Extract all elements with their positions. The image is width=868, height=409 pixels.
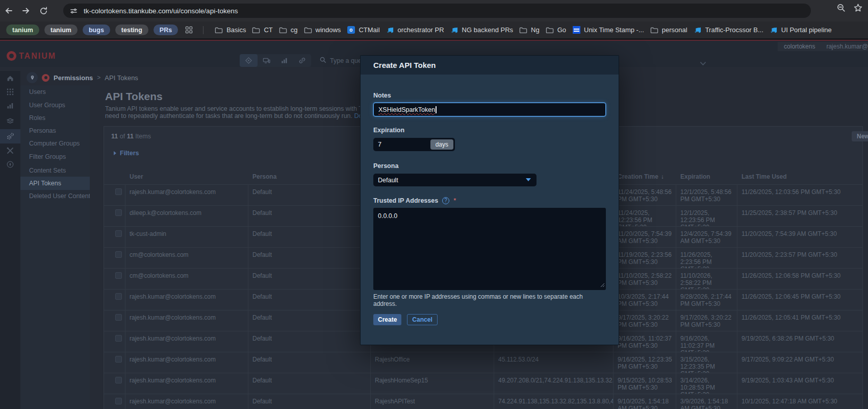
endpoints-button[interactable] bbox=[258, 54, 275, 67]
cell-persona: Default bbox=[248, 248, 371, 268]
column-header-user[interactable]: User bbox=[125, 173, 248, 184]
row-checkbox[interactable] bbox=[115, 398, 122, 404]
connections-button[interactable] bbox=[293, 54, 311, 67]
bookmark-orchestrator-pr[interactable]: orchestrator PR bbox=[386, 26, 444, 34]
tanium-logo[interactable]: TANIUM bbox=[7, 51, 56, 61]
column-header-creation-time[interactable]: Creation Time↓ bbox=[614, 173, 676, 184]
checkbox-cell bbox=[104, 394, 125, 409]
back-icon[interactable] bbox=[0, 3, 17, 18]
folder-icon bbox=[304, 26, 312, 34]
row-checkbox[interactable] bbox=[115, 188, 122, 195]
cell-persona: Default bbox=[248, 269, 371, 289]
apps-grid-icon[interactable] bbox=[185, 26, 193, 34]
row-checkbox[interactable] bbox=[115, 377, 122, 383]
breadcrumb-module[interactable]: Permissions bbox=[54, 74, 93, 82]
content-layers-icon[interactable] bbox=[6, 117, 14, 127]
administration-gears-icon[interactable] bbox=[6, 132, 14, 142]
bookmark-star-icon[interactable] bbox=[853, 3, 863, 15]
cell-user: rajesh.kumar@colortokens.com bbox=[125, 290, 248, 310]
reload-icon[interactable] bbox=[35, 3, 52, 18]
bookmark-ng[interactable]: Ng bbox=[519, 26, 540, 34]
zoom-out-icon[interactable] bbox=[836, 3, 846, 15]
bookmark-personal[interactable]: personal bbox=[650, 26, 687, 34]
table-row[interactable]: rajesh.kumar@colortokens.comDefaultRajes… bbox=[104, 373, 862, 394]
cell-last_used: 9/19/2025, 6:38:26 PM GMT+5:30 bbox=[737, 331, 862, 352]
user-name: rajesh.kumar@ bbox=[826, 43, 868, 50]
notes-value: XSHieldSparkToken bbox=[378, 106, 435, 113]
row-checkbox[interactable] bbox=[115, 335, 122, 342]
new-token-button[interactable]: New bbox=[852, 131, 868, 141]
column-header-last-time-used[interactable]: Last Time Used bbox=[737, 173, 862, 184]
global-search[interactable]: Type a que bbox=[319, 56, 362, 65]
bookmark-cg[interactable]: cg bbox=[279, 26, 298, 34]
tab-group-prs[interactable]: PRs bbox=[154, 25, 178, 35]
table-row[interactable]: rajesh.kumar@colortokens.comDefaultRajes… bbox=[104, 352, 862, 373]
bookmark-ctmail[interactable]: oCTMail bbox=[347, 26, 379, 34]
user-info[interactable]: colortokens rajesh.kumar@ bbox=[778, 42, 868, 51]
cell-expires: 11/26/2025, 2:23:56 PM GMT+5:30 bbox=[676, 248, 737, 268]
cell-expires: 12/1/2025, 5:48:56 PM GMT+5:30 bbox=[676, 185, 737, 205]
bookmark-label: windows bbox=[316, 26, 341, 34]
reports-chart-icon[interactable] bbox=[6, 102, 14, 112]
trusted-ip-label: Trusted IP Addresses bbox=[373, 197, 438, 204]
cell-persona: Default bbox=[248, 394, 371, 409]
bookmark-go[interactable]: Go bbox=[546, 26, 566, 34]
cell-created: 11/24/2025, 12:23:56 PM GMT+5:30 bbox=[614, 206, 676, 226]
cell-notes: RajeshHomeSep15 bbox=[371, 373, 494, 394]
reports-button[interactable] bbox=[275, 54, 293, 67]
sidebar-item-filter-groups[interactable]: Filter Groups bbox=[20, 150, 90, 163]
chevron-down-icon[interactable] bbox=[700, 59, 706, 68]
tab-group-bugs[interactable]: bugs bbox=[83, 25, 110, 35]
sidebar-item-computer-groups[interactable]: Computer Groups bbox=[20, 137, 90, 150]
site-info-icon[interactable] bbox=[70, 7, 78, 15]
row-checkbox[interactable] bbox=[115, 314, 122, 321]
home-icon[interactable] bbox=[6, 74, 14, 84]
sidebar-item-roles[interactable]: Roles bbox=[20, 111, 90, 125]
cancel-button[interactable]: Cancel bbox=[407, 314, 437, 325]
create-button[interactable]: Create bbox=[373, 314, 401, 325]
column-header-expiration[interactable]: Expiration bbox=[676, 173, 737, 184]
bookmark-ng-backend-prs[interactable]: NG backend PRs bbox=[450, 26, 513, 34]
expiration-unit[interactable]: days bbox=[430, 139, 453, 150]
devops-icon bbox=[450, 26, 458, 34]
sidebar-item-personas[interactable]: Personas bbox=[20, 124, 90, 137]
sidebar-item-api-tokens[interactable]: API Tokens bbox=[20, 177, 90, 190]
column-header-persona[interactable]: Persona bbox=[248, 173, 371, 184]
row-checkbox[interactable] bbox=[115, 251, 122, 258]
explore-compass-icon[interactable] bbox=[6, 160, 14, 171]
help-icon[interactable]: ? bbox=[442, 197, 449, 204]
bookmark-basics[interactable]: Basics bbox=[215, 26, 246, 34]
tab-group-testing[interactable]: testing bbox=[115, 25, 148, 35]
bookmark-traffic-procssor-b[interactable]: Traffic-Procssor B... bbox=[694, 26, 763, 34]
expiration-input[interactable]: 7 days bbox=[373, 138, 455, 151]
tab-group-tanium[interactable]: tanium bbox=[6, 25, 39, 35]
header-checkbox-col bbox=[104, 180, 125, 184]
row-checkbox[interactable] bbox=[115, 293, 122, 300]
sidebar-item-users[interactable]: Users bbox=[20, 85, 90, 99]
forward-icon[interactable] bbox=[17, 3, 35, 18]
notes-input[interactable]: XSHieldSparkToken bbox=[373, 103, 606, 116]
bookmark-windows[interactable]: windows bbox=[304, 26, 341, 34]
row-checkbox[interactable] bbox=[115, 356, 122, 363]
pin-icon[interactable] bbox=[27, 72, 38, 83]
bookmark-ct[interactable]: CT bbox=[252, 26, 272, 34]
tools-icon[interactable] bbox=[6, 147, 14, 157]
row-checkbox[interactable] bbox=[115, 230, 122, 237]
bookmark-ui-portal-pipeline[interactable]: UI Portal pipeline bbox=[770, 26, 832, 34]
modules-button[interactable] bbox=[240, 54, 258, 67]
url-bar[interactable]: tk-colortokens.titankube.com/ui/console/… bbox=[63, 4, 811, 18]
cell-last_used: 11/26/2025, 12:06:58 PM GMT+5:30 bbox=[737, 269, 862, 289]
trusted-ip-textarea[interactable]: 0.0.0.0 bbox=[373, 208, 606, 290]
sidebar-item-content-sets[interactable]: Content Sets bbox=[20, 164, 90, 177]
row-checkbox[interactable] bbox=[115, 209, 122, 216]
persona-select[interactable]: Default bbox=[373, 174, 537, 186]
sidebar-item-user-groups[interactable]: User Groups bbox=[20, 99, 90, 112]
row-checkbox[interactable] bbox=[115, 272, 122, 279]
bookmark-unix-time-stamp[interactable]: Unix Time Stamp -... bbox=[572, 26, 644, 34]
tab-group-tanium[interactable]: tanium bbox=[44, 25, 78, 35]
modules-grid-icon[interactable] bbox=[6, 88, 14, 98]
sidebar-item-deleted-user-content[interactable]: Deleted User Content bbox=[20, 189, 90, 203]
table-row[interactable]: rajesh.kumar@colortokens.comDefaultRajes… bbox=[104, 394, 862, 409]
cell-expires: 9/17/2026, 3:20:22 PM GMT+5:30 bbox=[676, 310, 737, 331]
resize-handle-icon[interactable] bbox=[600, 282, 605, 289]
